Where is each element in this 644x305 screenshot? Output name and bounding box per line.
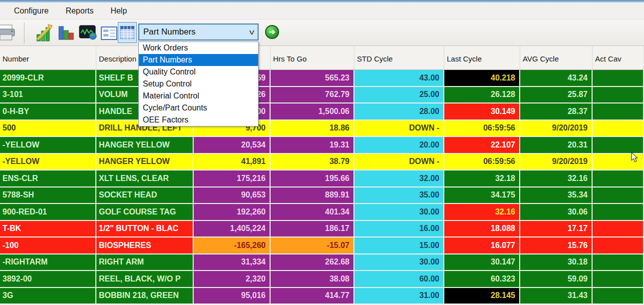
dropdown-option[interactable]: Work Orders	[139, 42, 258, 54]
count-cell[interactable]: 2,320	[194, 271, 271, 288]
hrs-to-go-cell[interactable]: 565.23	[271, 70, 354, 87]
last-cycle-cell[interactable]: 30.147	[444, 254, 520, 272]
description-cell[interactable]: BIOSPHERES	[96, 238, 194, 254]
column-header-last-cycle[interactable]: Last Cycle	[444, 46, 520, 70]
number-cell[interactable]: ENS-CLR	[0, 170, 96, 188]
act-cav-cell[interactable]	[593, 137, 644, 154]
dropdown-option[interactable]: OEE Factors	[139, 114, 258, 126]
hrs-to-go-cell[interactable]: 414.77	[271, 288, 354, 305]
avg-cycle-cell[interactable]: 25.87	[520, 87, 593, 104]
last-cycle-cell[interactable]: 22.107	[444, 137, 520, 154]
number-cell[interactable]: 3G	[0, 288, 96, 305]
act-cav-cell[interactable]	[593, 288, 644, 305]
std-cycle-cell[interactable]: 25.00	[354, 87, 444, 104]
description-cell[interactable]: RIGHT ARM	[96, 254, 194, 272]
last-cycle-cell[interactable]: 40.218	[444, 70, 520, 87]
count-cell[interactable]: 41,891	[194, 154, 271, 171]
description-cell[interactable]: GOLF COURSE TAG	[96, 204, 194, 221]
avg-cycle-cell[interactable]: 17.17	[520, 221, 593, 238]
std-cycle-cell[interactable]: 60.00	[354, 271, 444, 288]
dropdown-option[interactable]: Quality Control	[139, 66, 258, 78]
hrs-to-go-cell[interactable]: 401.34	[271, 204, 354, 221]
number-cell[interactable]: 3892-00	[0, 271, 96, 288]
avg-cycle-cell[interactable]: 15.76	[520, 238, 593, 254]
column-header-number[interactable]: Number	[0, 46, 96, 70]
hrs-to-go-cell[interactable]: 38.08	[271, 271, 354, 288]
number-cell[interactable]: 3-101	[0, 87, 96, 104]
count-cell[interactable]: 90,653	[194, 188, 271, 204]
std-cycle-cell[interactable]: 35.00	[354, 188, 444, 204]
hrs-to-go-cell[interactable]: 38.79	[271, 154, 354, 171]
bar-chart-icon[interactable]	[58, 25, 75, 43]
number-cell[interactable]: T-BK	[0, 221, 96, 238]
avg-cycle-cell[interactable]: 43.24	[520, 70, 593, 87]
view-selector-combobox[interactable]: Part Numbers v	[138, 24, 259, 40]
column-header-avg-cycle[interactable]: AVG Cycle	[520, 46, 593, 70]
print-icon[interactable]	[0, 24, 16, 44]
hrs-to-go-cell[interactable]: 1,500.06	[271, 104, 354, 120]
act-cav-cell[interactable]	[593, 238, 644, 254]
last-cycle-cell[interactable]: 30.149	[444, 104, 520, 120]
column-header-std-cycle[interactable]: STD Cycle	[354, 46, 444, 70]
description-cell[interactable]: XLT LENS, CLEAR	[96, 170, 194, 188]
menu-help[interactable]: Help	[110, 6, 127, 16]
number-cell[interactable]: -YELLOW	[0, 154, 96, 171]
number-cell[interactable]: -RIGHTARM	[0, 254, 96, 272]
avg-cycle-cell[interactable]: 35.34	[520, 188, 593, 204]
menu-reports[interactable]: Reports	[65, 6, 93, 16]
last-cycle-cell[interactable]: 18.088	[444, 221, 520, 238]
number-cell[interactable]: 900-RED-01	[0, 204, 96, 221]
std-cycle-cell[interactable]: 43.00	[354, 70, 444, 87]
number-cell[interactable]: -100	[0, 238, 96, 254]
act-cav-cell[interactable]	[593, 87, 644, 104]
act-cav-cell[interactable]	[593, 170, 644, 188]
act-cav-cell[interactable]	[593, 221, 644, 238]
hrs-to-go-cell[interactable]: -15.07	[271, 238, 354, 254]
go-button[interactable]: ➔	[265, 25, 279, 39]
count-cell[interactable]: 192,260	[194, 204, 271, 221]
hrs-to-go-cell[interactable]: 186.17	[271, 221, 354, 238]
trend-chart-icon[interactable]	[36, 24, 53, 44]
monitor-waveform-icon[interactable]	[79, 25, 97, 42]
dropdown-option[interactable]: Setup Control	[139, 78, 258, 90]
number-cell[interactable]: 5788-SH	[0, 188, 96, 204]
description-cell[interactable]: HANGER YELLOW	[96, 154, 194, 171]
last-cycle-cell[interactable]: 32.18	[444, 170, 520, 188]
count-cell[interactable]: -165,260	[194, 238, 271, 254]
avg-cycle-cell[interactable]: 9/20/2019	[520, 154, 593, 171]
avg-cycle-cell[interactable]: 30.18	[520, 254, 593, 272]
act-cav-cell[interactable]	[593, 104, 644, 120]
description-cell[interactable]: 1/2" BUTTON - BLAC	[96, 221, 194, 238]
count-cell[interactable]: 95,016	[194, 288, 271, 305]
hrs-to-go-cell[interactable]: 19.31	[271, 137, 354, 154]
number-cell[interactable]: 0-H-BY	[0, 104, 96, 120]
avg-cycle-cell[interactable]: 9/20/2019	[520, 120, 593, 138]
form-view-icon[interactable]	[101, 26, 118, 42]
menu-configure[interactable]: Configure	[14, 6, 48, 16]
number-cell[interactable]: -YELLOW	[0, 137, 96, 154]
std-cycle-cell[interactable]: DOWN -	[354, 120, 444, 138]
avg-cycle-cell[interactable]: 28.37	[520, 104, 593, 120]
std-cycle-cell[interactable]: DOWN -	[354, 154, 444, 171]
avg-cycle-cell[interactable]: 30.06	[520, 204, 593, 221]
count-cell[interactable]: 1,405,224	[194, 221, 271, 238]
act-cav-cell[interactable]	[593, 188, 644, 204]
count-cell[interactable]: 31,334	[194, 254, 271, 272]
last-cycle-cell[interactable]: 60.323	[444, 271, 520, 288]
number-cell[interactable]: 20999-CLR	[0, 70, 96, 87]
std-cycle-cell[interactable]: 28.00	[354, 104, 444, 120]
std-cycle-cell[interactable]: 31.00	[354, 288, 444, 305]
dropdown-option[interactable]: Cycle/Part Counts	[139, 102, 258, 114]
last-cycle-cell[interactable]: 06:59:56	[444, 120, 520, 138]
description-cell[interactable]: HANGER YELLOW	[96, 137, 194, 154]
last-cycle-cell[interactable]: 06:59:56	[444, 154, 520, 171]
std-cycle-cell[interactable]: 30.00	[354, 254, 444, 272]
std-cycle-cell[interactable]: 30.00	[354, 204, 444, 221]
grid-view-icon[interactable]	[118, 22, 137, 43]
std-cycle-cell[interactable]: 15.00	[354, 238, 444, 254]
description-cell[interactable]: SOCKET HEAD	[96, 188, 194, 204]
column-header-act-cav[interactable]: Act Cav	[593, 46, 644, 70]
avg-cycle-cell[interactable]: 59.09	[520, 271, 593, 288]
last-cycle-cell[interactable]: 34.175	[444, 188, 520, 204]
act-cav-cell[interactable]	[593, 120, 644, 138]
